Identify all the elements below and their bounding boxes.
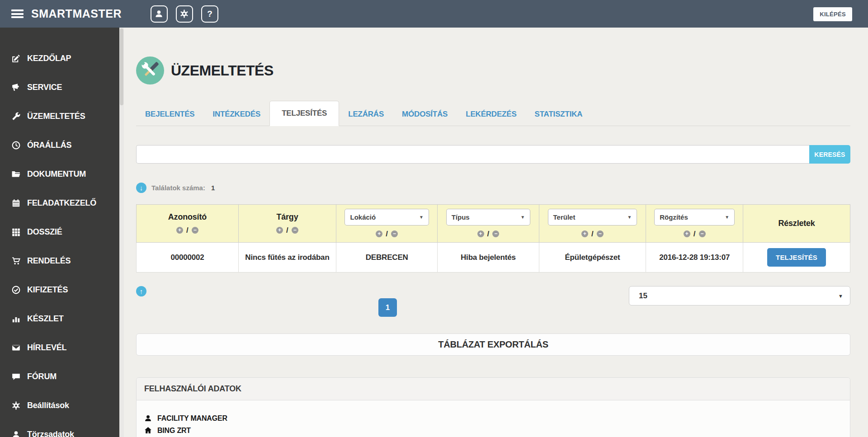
sort-asc-icon[interactable]: + xyxy=(477,230,484,237)
search-input[interactable] xyxy=(136,145,809,164)
cell-azonosito: 00000002 xyxy=(137,243,239,273)
chevron-down-icon: ▼ xyxy=(419,215,424,220)
gear-icon xyxy=(12,401,20,410)
tab-lekerdezes[interactable]: LEKÉRDEZÉS xyxy=(457,103,525,126)
settings-button[interactable] xyxy=(176,5,193,23)
column-header-azonosito: Azonosító +/− xyxy=(137,205,239,243)
lokacio-filter-dropdown[interactable]: Lokáció▼ xyxy=(344,209,429,226)
clock-icon xyxy=(12,141,20,150)
user-icon xyxy=(144,414,152,422)
sidebar-item-beallitasok[interactable]: Beállítások xyxy=(0,391,119,420)
sidebar-item-kifizetes[interactable]: KIFIZETÉS xyxy=(0,275,119,304)
tab-modositas[interactable]: MÓDOSÍTÁS xyxy=(393,103,457,126)
export-table-button[interactable]: TÁBLÁZAT EXPORTÁLÁS xyxy=(136,334,850,356)
sort-asc-icon[interactable]: + xyxy=(276,227,283,234)
operations-tools-icon xyxy=(136,56,164,85)
sidebar-item-service[interactable]: SERVICE xyxy=(0,73,119,102)
sort-desc-icon[interactable]: − xyxy=(597,230,604,237)
sidebar-item-keszlet[interactable]: KÉSZLET xyxy=(0,304,119,333)
sort-asc-icon[interactable]: + xyxy=(581,230,588,237)
sort-desc-icon[interactable]: − xyxy=(492,230,499,237)
chevron-down-icon: ▼ xyxy=(838,293,843,299)
arrow-up-circle-icon[interactable]: ↑ xyxy=(136,286,146,296)
tab-lezaras[interactable]: LEZÁRÁS xyxy=(339,103,393,126)
sidebar-item-dokumentum[interactable]: DOKUMENTUM xyxy=(0,160,119,188)
sidebar-item-hirlevel[interactable]: HÍRLEVÉL xyxy=(0,333,119,362)
terulet-filter-dropdown[interactable]: Terület▼ xyxy=(548,209,637,226)
search-button[interactable]: KERESÉS xyxy=(809,145,850,164)
tab-bejelentes[interactable]: BEJELENTÉS xyxy=(136,103,203,126)
user-icon xyxy=(155,9,163,18)
sidebar-item-feladatkezelo[interactable]: FELADATKEZELŐ xyxy=(0,188,119,217)
sort-asc-icon[interactable]: + xyxy=(176,227,183,234)
user-data-panel: FELHASZNÁLÓI ADATOK FACILITY MANAGER BIN… xyxy=(136,377,850,437)
sidebar-item-label: Beállítások xyxy=(27,401,69,410)
user-icon xyxy=(12,430,20,437)
column-header-rogzites: Rögzítés▼ +/− xyxy=(646,205,743,243)
rogzites-filter-dropdown[interactable]: Rögzítés▼ xyxy=(654,209,735,226)
main-content: ÜZEMELTETÉS BEJELENTÉS INTÉZKEDÉS TELJES… xyxy=(124,28,868,437)
tab-intezkedes[interactable]: INTÉZKEDÉS xyxy=(203,103,269,126)
sidebar-item-torzsadatok[interactable]: Törzsadatok xyxy=(0,420,119,437)
teljesites-button[interactable]: TELJESÍTÉS xyxy=(767,248,826,267)
table-header-row: Azonosító +/− Tárgy +/− Lokáció▼ +/− Típ… xyxy=(137,205,850,243)
sidebar-item-rendeles[interactable]: RENDELÉS xyxy=(0,246,119,275)
sidebar-scrollbar[interactable] xyxy=(119,28,124,437)
edit-icon xyxy=(12,54,20,63)
gear-icon xyxy=(180,9,189,18)
column-header-lokacio: Lokáció▼ +/− xyxy=(336,205,438,243)
page-title: ÜZEMELTETÉS xyxy=(171,62,274,79)
folder-icon xyxy=(12,170,20,179)
sidebar-item-forum[interactable]: FÓRUM xyxy=(0,362,119,391)
sort-desc-icon[interactable]: − xyxy=(699,230,706,237)
grid-icon xyxy=(12,228,20,236)
results-count: 1 xyxy=(211,184,215,192)
sidebar-item-uzemeltetes[interactable]: ÜZEMELTETÉS xyxy=(0,102,119,131)
cell-lokacio: DEBRECEN xyxy=(336,243,438,273)
user-button[interactable] xyxy=(151,5,168,23)
megaphone-icon xyxy=(12,83,20,92)
sort-desc-icon[interactable]: − xyxy=(391,230,398,237)
tab-statisztika[interactable]: STATISZTIKA xyxy=(526,103,592,126)
sort-asc-icon[interactable]: + xyxy=(684,230,690,237)
arrow-down-circle-icon[interactable]: ↓ xyxy=(136,183,146,193)
wrench-icon xyxy=(12,112,20,121)
sidebar-item-label: FÓRUM xyxy=(27,372,57,381)
page-size-dropdown[interactable]: 15 ▼ xyxy=(629,286,850,305)
column-header-tipus: Típus▼ +/− xyxy=(438,205,539,243)
sidebar-item-label: ÜZEMELTETÉS xyxy=(27,112,85,121)
topbar: SMARTMASTER ? KILÉPÉS xyxy=(0,0,868,28)
menu-icon[interactable] xyxy=(11,9,24,18)
cell-tipus: Hiba bejelentés xyxy=(438,243,539,273)
sidebar-item-label: HÍRLEVÉL xyxy=(27,343,66,352)
sidebar-item-label: Törzsadatok xyxy=(27,430,74,437)
sidebar-item-label: KIFIZETÉS xyxy=(27,285,68,295)
tab-teljesites[interactable]: TELJESÍTÉS xyxy=(269,101,339,126)
sort-asc-icon[interactable]: + xyxy=(376,230,382,237)
table-row: 00000002 Nincs fűtés az irodában DEBRECE… xyxy=(137,243,850,273)
sort-desc-icon[interactable]: − xyxy=(192,227,198,234)
cell-targy: Nincs fűtés az irodában xyxy=(238,243,336,273)
tipus-filter-dropdown[interactable]: Típus▼ xyxy=(446,209,530,226)
logout-button[interactable]: KILÉPÉS xyxy=(813,7,852,21)
sidebar-item-label: DOKUMENTUM xyxy=(27,169,86,179)
sort-desc-icon[interactable]: − xyxy=(292,227,298,234)
column-header-reszletek: Részletek xyxy=(743,205,850,243)
column-header-targy: Tárgy +/− xyxy=(238,205,336,243)
calendar-icon xyxy=(12,199,20,207)
chevron-down-icon: ▼ xyxy=(520,215,525,220)
cell-terulet: Épületgépészet xyxy=(539,243,646,273)
panel-title: FELHASZNÁLÓI ADATOK xyxy=(137,378,850,400)
tab-bar: BEJELENTÉS INTÉZKEDÉS TELJESÍTÉS LEZÁRÁS… xyxy=(136,101,850,126)
sidebar-item-label: KEZDŐLAP xyxy=(27,54,71,63)
sidebar-item-label: KÉSZLET xyxy=(27,314,64,324)
sidebar-item-kezdolap[interactable]: KEZDŐLAP xyxy=(0,44,119,73)
cell-rogzites: 2016-12-28 19:13:07 xyxy=(646,243,743,273)
sidebar-item-dosszie[interactable]: DOSSZIÉ xyxy=(0,217,119,246)
cart-icon xyxy=(12,257,20,265)
help-button[interactable]: ? xyxy=(201,5,218,23)
list-item: BING ZRT xyxy=(144,424,842,437)
page-1-button[interactable]: 1 xyxy=(378,298,397,317)
sidebar-item-oraallas[interactable]: ÓRAÁLLÁS xyxy=(0,131,119,160)
list-item: FACILITY MANAGER xyxy=(144,412,842,424)
